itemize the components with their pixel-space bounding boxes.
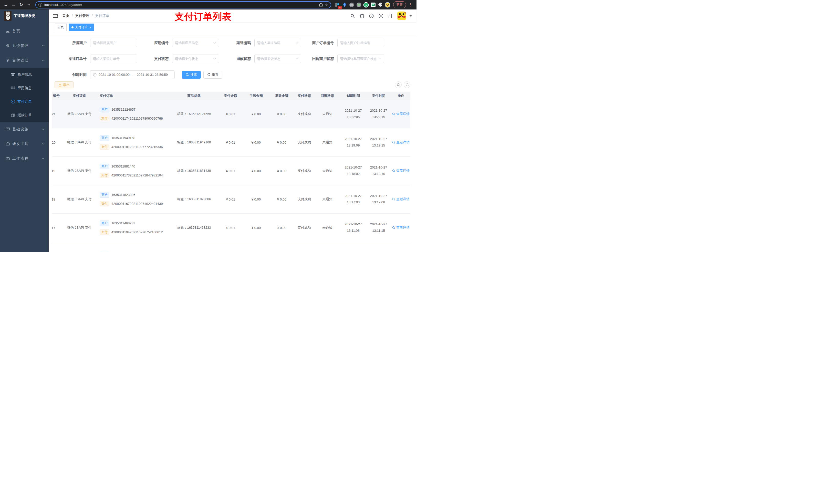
cell-action: 查看详情 [391, 140, 410, 145]
github-icon[interactable] [359, 13, 364, 19]
cell-created: 2021-10-2713:19:09 [341, 136, 366, 148]
table-row[interactable]: 商户1635311251726 [52, 242, 410, 252]
create-time-range-picker[interactable]: 2021-10-01 00:00:00 - 2021-10-31 23:59:5… [90, 70, 175, 79]
extension-y-icon[interactable]: y [363, 2, 369, 8]
avatar-caret-icon[interactable] [409, 15, 412, 17]
breadcrumb-separator: / [92, 14, 93, 18]
cell-status: 支付成功 [294, 112, 314, 116]
user-avatar[interactable] [397, 11, 406, 20]
extension-tab-manager-icon[interactable]: 10 [334, 2, 340, 8]
cell-created: 2021-10-2713:11:08 [341, 221, 366, 234]
col-header-order: 支付订单 [96, 94, 170, 98]
sidebar-item-pay-order[interactable]: ¥ 支付订单 [0, 95, 49, 108]
merchant-order-no-input[interactable] [337, 39, 384, 47]
tab-home[interactable]: 首页 [55, 24, 67, 31]
chevron-down-icon [379, 58, 381, 60]
fullscreen-icon[interactable] [378, 13, 383, 19]
merchant-input[interactable] [90, 39, 137, 47]
view-detail-link[interactable]: 查看详情 [392, 112, 410, 116]
browser-update-button[interactable]: 更新 [393, 1, 406, 8]
filter-label: 所属商户 [52, 41, 90, 45]
tab-pay-order[interactable]: 支付订单 × [69, 24, 94, 31]
sidebar-item-workflow[interactable]: 工作流程 [0, 151, 49, 166]
view-detail-link[interactable]: 查看详情 [392, 225, 410, 230]
sidebar-collapse-icon[interactable] [53, 14, 58, 18]
table-row[interactable]: 118 微信 JSAPI 支付 商户1635311823086 支付420000… [52, 185, 410, 214]
shop-icon [11, 73, 15, 76]
clock-icon [93, 73, 97, 77]
share-icon[interactable] [319, 3, 323, 7]
browser-home-button[interactable]: ⌂ [26, 2, 32, 8]
cell-action: 查看详情 [391, 197, 410, 201]
export-button[interactable]: 导出 [54, 81, 73, 88]
browser-menu-icon[interactable]: ⋮ [407, 3, 414, 7]
cell-title: 标题：1635311468233 [170, 225, 218, 230]
browser-forward-button[interactable]: → [10, 2, 17, 8]
help-icon[interactable]: ? [369, 13, 374, 19]
main-area: 支付订单列表 首页 / 支付管理 / 支付订单 ? [49, 9, 416, 252]
tab-close-icon[interactable]: × [89, 26, 91, 29]
merchant-order-no-field[interactable] [340, 41, 381, 45]
cell-id: 121 [52, 112, 63, 116]
sidebar-item-merchant-info[interactable]: 商户信息 [0, 68, 49, 81]
sidebar-item-pay[interactable]: ¥ 支付管理 [0, 53, 49, 68]
view-detail-link[interactable]: 查看详情 [392, 140, 410, 145]
breadcrumb-home[interactable]: 首页 [62, 14, 69, 18]
table-row[interactable]: 117 微信 JSAPI 支付 商户1635311468233 支付420000… [52, 214, 410, 242]
table-row[interactable]: 120 微信 JSAPI 支付 商户1635311949168 支付420000… [52, 128, 410, 157]
font-size-icon[interactable] [388, 13, 393, 19]
search-icon[interactable] [350, 13, 355, 19]
sidebar-item-label: 首页 [12, 29, 45, 33]
table-row[interactable]: 119 微信 JSAPI 支付 商户1635311881440 支付420000… [52, 157, 410, 185]
sidebar-item-system[interactable]: ⚙ 系统管理 [0, 39, 49, 53]
select-placeholder: 请选择退款状态 [257, 56, 294, 61]
chevron-down-icon [295, 42, 299, 44]
cell-amount: ¥ 0.01 [218, 226, 243, 230]
extension-chat-icon[interactable] [370, 2, 376, 8]
breadcrumb-pay-manage[interactable]: 支付管理 [75, 14, 89, 18]
app-select[interactable]: 请选择应用信息 [172, 39, 219, 47]
top-navbar: 首页 / 支付管理 / 支付订单 ? [49, 9, 416, 22]
address-bar[interactable]: i localhost:1024/pay/order ☆ [35, 1, 331, 8]
col-header-notify: 回调状态 [314, 94, 341, 98]
extension-record-icon[interactable] [356, 2, 362, 8]
table-row[interactable]: 121 微信 JSAPI 支付 商户1635312124657 支付420000… [52, 100, 410, 128]
merchant-tag: 商户 [100, 192, 110, 198]
channel-order-no-field[interactable] [93, 57, 134, 61]
refresh-table-button[interactable] [404, 81, 410, 88]
sidebar-item-devtools[interactable]: 研发工具 [0, 137, 49, 151]
reset-button[interactable]: 重置 [204, 71, 222, 79]
channel-code-select[interactable]: 请输入渠道编码 [254, 39, 301, 47]
pay-status-select[interactable]: 请选择支付状态 [172, 54, 219, 63]
logo-row[interactable]: 芋道管理系统 [0, 9, 49, 22]
sidebar-item-infra[interactable]: 基础设施 [0, 122, 49, 137]
cell-status: 支付成功 [294, 197, 314, 201]
sidebar-item-app-info[interactable]: 应用信息 [0, 81, 49, 95]
extension-command-icon[interactable]: ⌘ [349, 2, 355, 8]
sidebar-item-home[interactable]: 首页 [0, 24, 49, 39]
extension-gem-icon[interactable] [341, 2, 348, 8]
merchant-order-no: 1635311468233 [112, 221, 135, 225]
profile-emoji-icon[interactable] [384, 2, 390, 8]
sidebar-item-refund-order[interactable]: 退款订单 [0, 108, 49, 122]
browser-reload-button[interactable]: ↻ [18, 2, 25, 8]
dashboard-icon [6, 29, 10, 33]
view-detail-link[interactable]: 查看详情 [392, 197, 410, 201]
cell-status: 支付成功 [294, 169, 314, 173]
extensions-puzzle-icon[interactable] [377, 2, 383, 8]
browser-back-button[interactable]: ← [3, 2, 9, 8]
url-text[interactable]: localhost:1024/pay/order [44, 3, 317, 7]
yen-circle-icon: ¥ [11, 100, 15, 103]
refund-status-select[interactable]: 请选择退款状态 [254, 54, 301, 63]
search-button[interactable]: 搜索 [182, 71, 201, 79]
channel-order-no-input[interactable] [90, 54, 137, 63]
filter-create-time: 创建时间 2021-10-01 00:00:00 - 2021-10-31 23… [52, 70, 308, 79]
documents-icon [11, 114, 15, 117]
site-info-icon[interactable]: i [39, 3, 42, 7]
filter-notify-status: 回调商户状态 请选择订单回调商户状态 [299, 54, 384, 63]
notify-status-select[interactable]: 请选择订单回调商户状态 [337, 54, 384, 63]
merchant-input-field[interactable] [93, 41, 134, 45]
show-search-toggle-button[interactable] [395, 81, 402, 88]
view-detail-link[interactable]: 查看详情 [392, 169, 410, 173]
bookmark-star-icon[interactable]: ☆ [325, 3, 328, 7]
